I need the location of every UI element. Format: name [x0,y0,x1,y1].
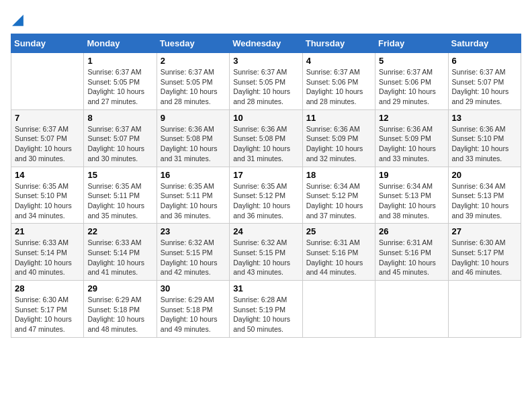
day-info: Sunrise: 6:32 AMSunset: 5:15 PMDaylight:… [161,238,226,277]
calendar-cell: 14Sunrise: 6:35 AMSunset: 5:10 PMDayligh… [11,167,84,224]
day-info: Sunrise: 6:37 AMSunset: 5:06 PMDaylight:… [379,67,444,107]
day-info: Sunrise: 6:28 AMSunset: 5:19 PMDaylight:… [233,295,298,334]
day-info: Sunrise: 6:36 AMSunset: 5:09 PMDaylight:… [379,124,444,164]
day-info: Sunrise: 6:37 AMSunset: 5:06 PMDaylight:… [306,67,371,107]
calendar-week-row: 1Sunrise: 6:37 AMSunset: 5:05 PMDaylight… [11,53,521,110]
day-number: 6 [452,56,517,66]
logo: ◢ [11,11,24,28]
column-header-friday: Friday [375,34,448,53]
calendar-cell: 23Sunrise: 6:32 AMSunset: 5:15 PMDayligh… [157,224,229,281]
day-number: 17 [233,170,298,180]
day-number: 30 [161,283,226,293]
calendar-cell [11,53,84,110]
calendar-cell: 25Sunrise: 6:31 AMSunset: 5:16 PMDayligh… [302,224,375,281]
day-info: Sunrise: 6:31 AMSunset: 5:16 PMDaylight:… [379,238,444,277]
calendar-cell: 4Sunrise: 6:37 AMSunset: 5:06 PMDaylight… [302,53,375,110]
day-number: 21 [15,226,80,236]
day-number: 4 [306,56,371,66]
day-info: Sunrise: 6:36 AMSunset: 5:08 PMDaylight:… [161,124,226,164]
calendar-cell: 26Sunrise: 6:31 AMSunset: 5:16 PMDayligh… [375,224,448,281]
day-info: Sunrise: 6:36 AMSunset: 5:08 PMDaylight:… [233,124,298,164]
day-number: 12 [379,113,444,123]
calendar-cell: 21Sunrise: 6:33 AMSunset: 5:14 PMDayligh… [11,224,84,281]
day-info: Sunrise: 6:37 AMSunset: 5:05 PMDaylight:… [161,67,226,107]
day-info: Sunrise: 6:37 AMSunset: 5:07 PMDaylight:… [15,124,80,164]
day-number: 31 [233,283,298,293]
day-number: 25 [306,226,371,236]
calendar-cell: 19Sunrise: 6:34 AMSunset: 5:13 PMDayligh… [375,167,448,224]
day-number: 22 [87,226,152,236]
day-info: Sunrise: 6:34 AMSunset: 5:13 PMDaylight:… [379,181,444,221]
calendar-cell [448,281,521,338]
calendar-cell: 13Sunrise: 6:36 AMSunset: 5:10 PMDayligh… [448,109,521,167]
day-info: Sunrise: 6:29 AMSunset: 5:18 PMDaylight:… [87,295,152,334]
day-info: Sunrise: 6:37 AMSunset: 5:05 PMDaylight:… [233,67,298,107]
day-info: Sunrise: 6:37 AMSunset: 5:07 PMDaylight:… [452,67,517,107]
calendar-cell: 24Sunrise: 6:32 AMSunset: 5:15 PMDayligh… [230,224,302,281]
day-info: Sunrise: 6:30 AMSunset: 5:17 PMDaylight:… [452,238,517,277]
calendar-cell: 20Sunrise: 6:34 AMSunset: 5:13 PMDayligh… [448,167,521,224]
calendar-cell: 5Sunrise: 6:37 AMSunset: 5:06 PMDaylight… [375,53,448,110]
day-info: Sunrise: 6:30 AMSunset: 5:17 PMDaylight:… [15,295,80,334]
day-number: 29 [87,283,152,293]
day-info: Sunrise: 6:35 AMSunset: 5:11 PMDaylight:… [87,181,152,221]
calendar-table: SundayMondayTuesdayWednesdayThursdayFrid… [11,34,521,338]
calendar-cell: 18Sunrise: 6:34 AMSunset: 5:12 PMDayligh… [302,167,375,224]
calendar-week-row: 21Sunrise: 6:33 AMSunset: 5:14 PMDayligh… [11,224,521,281]
day-number: 26 [379,226,444,236]
day-number: 13 [452,113,517,123]
calendar-week-row: 28Sunrise: 6:30 AMSunset: 5:17 PMDayligh… [11,281,521,338]
day-number: 8 [87,113,152,123]
day-info: Sunrise: 6:36 AMSunset: 5:10 PMDaylight:… [452,124,517,164]
day-info: Sunrise: 6:32 AMSunset: 5:15 PMDaylight:… [233,238,298,277]
calendar-cell: 1Sunrise: 6:37 AMSunset: 5:05 PMDaylight… [84,53,157,110]
calendar-cell: 27Sunrise: 6:30 AMSunset: 5:17 PMDayligh… [448,224,521,281]
day-info: Sunrise: 6:31 AMSunset: 5:16 PMDaylight:… [306,238,371,277]
column-header-wednesday: Wednesday [230,34,302,53]
page-header: ◢ [11,11,521,28]
day-number: 18 [306,170,371,180]
calendar-cell: 17Sunrise: 6:35 AMSunset: 5:12 PMDayligh… [230,167,302,224]
calendar-cell: 11Sunrise: 6:36 AMSunset: 5:09 PMDayligh… [302,109,375,167]
day-info: Sunrise: 6:29 AMSunset: 5:18 PMDaylight:… [161,295,226,334]
day-info: Sunrise: 6:33 AMSunset: 5:14 PMDaylight:… [87,238,152,277]
column-header-monday: Monday [84,34,157,53]
calendar-cell: 8Sunrise: 6:37 AMSunset: 5:07 PMDaylight… [84,109,157,167]
calendar-cell: 16Sunrise: 6:35 AMSunset: 5:11 PMDayligh… [157,167,229,224]
calendar-week-row: 7Sunrise: 6:37 AMSunset: 5:07 PMDaylight… [11,109,521,167]
calendar-cell: 22Sunrise: 6:33 AMSunset: 5:14 PMDayligh… [84,224,157,281]
day-number: 7 [15,113,80,123]
day-info: Sunrise: 6:34 AMSunset: 5:13 PMDaylight:… [452,181,517,221]
day-info: Sunrise: 6:37 AMSunset: 5:07 PMDaylight:… [87,124,152,164]
day-info: Sunrise: 6:33 AMSunset: 5:14 PMDaylight:… [15,238,80,277]
column-header-saturday: Saturday [448,34,521,53]
column-header-thursday: Thursday [302,34,375,53]
column-header-sunday: Sunday [11,34,84,53]
day-number: 9 [161,113,226,123]
calendar-cell: 9Sunrise: 6:36 AMSunset: 5:08 PMDaylight… [157,109,229,167]
day-number: 27 [452,226,517,236]
calendar-cell: 10Sunrise: 6:36 AMSunset: 5:08 PMDayligh… [230,109,302,167]
calendar-cell: 3Sunrise: 6:37 AMSunset: 5:05 PMDaylight… [230,53,302,110]
calendar-cell: 31Sunrise: 6:28 AMSunset: 5:19 PMDayligh… [230,281,302,338]
day-number: 28 [15,283,80,293]
calendar-cell: 15Sunrise: 6:35 AMSunset: 5:11 PMDayligh… [84,167,157,224]
logo-bird-icon: ◢ [12,11,24,28]
calendar-cell: 6Sunrise: 6:37 AMSunset: 5:07 PMDaylight… [448,53,521,110]
day-number: 10 [233,113,298,123]
day-number: 14 [15,170,80,180]
calendar-cell: 28Sunrise: 6:30 AMSunset: 5:17 PMDayligh… [11,281,84,338]
day-number: 3 [233,56,298,66]
day-info: Sunrise: 6:35 AMSunset: 5:11 PMDaylight:… [161,181,226,221]
day-info: Sunrise: 6:36 AMSunset: 5:09 PMDaylight:… [306,124,371,164]
calendar-cell: 29Sunrise: 6:29 AMSunset: 5:18 PMDayligh… [84,281,157,338]
day-number: 11 [306,113,371,123]
day-number: 1 [87,56,152,66]
calendar-cell: 7Sunrise: 6:37 AMSunset: 5:07 PMDaylight… [11,109,84,167]
day-number: 24 [233,226,298,236]
day-info: Sunrise: 6:35 AMSunset: 5:10 PMDaylight:… [15,181,80,221]
calendar-cell: 30Sunrise: 6:29 AMSunset: 5:18 PMDayligh… [157,281,229,338]
day-number: 23 [161,226,226,236]
calendar-cell [302,281,375,338]
calendar-cell [375,281,448,338]
